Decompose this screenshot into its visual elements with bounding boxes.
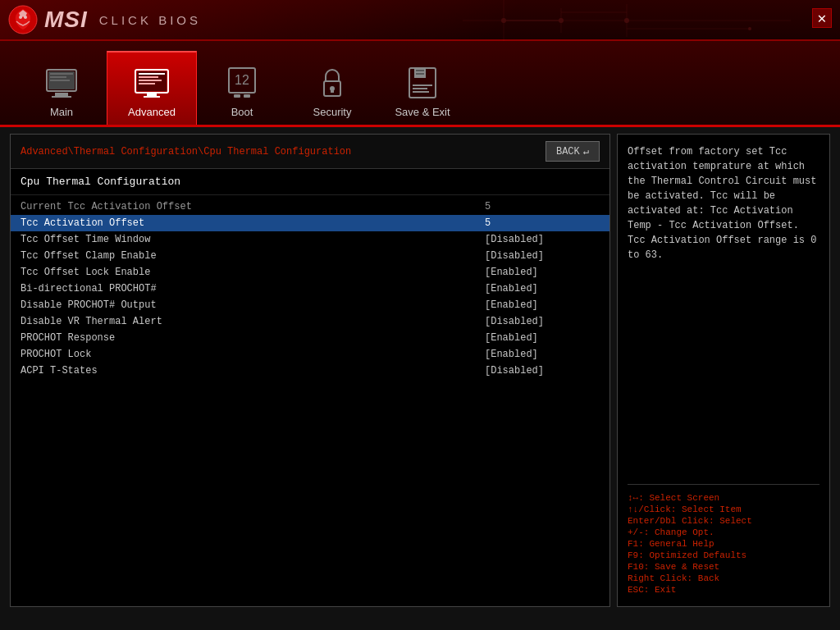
svg-rect-27 — [147, 93, 157, 96]
config-value-tcc-lock: [Enabled] — [485, 267, 600, 278]
boot-tab-label: Boot — [231, 106, 253, 118]
tab-security[interactable]: Security — [287, 51, 377, 125]
svg-rect-40 — [413, 84, 432, 86]
shortcut-optimized: F9: Optimized Defaults — [628, 550, 819, 560]
shortcut-general-help: F1: General Help — [628, 539, 819, 549]
tab-main[interactable]: Main — [16, 51, 107, 125]
config-row-bi-prochot[interactable]: Bi-directional PROCHOT#[Enabled] — [11, 281, 609, 297]
svg-point-2 — [24, 16, 27, 19]
config-name-tcc-lock: Tcc Offset Lock Enable — [21, 267, 485, 278]
svg-rect-28 — [144, 96, 160, 98]
config-name-tcc-clamp: Tcc Offset Clamp Enable — [21, 250, 485, 262]
config-value-tcc-clamp: [Disabled] — [485, 250, 600, 262]
shortcut-change-opt: +/-: Change Opt. — [628, 527, 819, 537]
config-value-bi-prochot: [Enabled] — [485, 283, 600, 294]
shortcut-save-reset: F10: Save & Reset — [628, 562, 819, 572]
msi-logo: msi CLICK BIOS — [8, 5, 201, 34]
svg-point-9 — [624, 18, 629, 23]
close-button[interactable]: ✕ — [812, 8, 832, 28]
config-value-acpi-tstates: [Disabled] — [485, 365, 600, 377]
tab-advanced[interactable]: Advanced — [107, 51, 197, 125]
shortcut-enter-select: Enter/Dbl Click: Select — [628, 516, 819, 526]
shortcut-select-item: ↑↓/Click: Select Item — [628, 504, 819, 514]
svg-rect-41 — [413, 88, 427, 89]
svg-rect-23 — [139, 73, 165, 75]
config-value-tcc-time: [Disabled] — [485, 234, 600, 245]
config-row-prochot-response[interactable]: PROCHOT Response[Enabled] — [11, 330, 609, 346]
help-text: Offset from factory set Tcc activation t… — [628, 144, 819, 471]
svg-rect-38 — [416, 70, 424, 71]
main-tab-icon — [42, 63, 81, 103]
right-panel: Offset from factory set Tcc activation t… — [617, 134, 830, 607]
security-tab-label: Security — [313, 106, 352, 118]
config-row-acpi-tstates[interactable]: ACPI T-States[Disabled] — [11, 363, 609, 379]
main-tab-label: Main — [50, 106, 73, 118]
config-row-disable-vr[interactable]: Disable VR Thermal Alert[Disabled] — [11, 313, 609, 330]
config-row-disable-prochot[interactable]: Disable PROCHOT# Output[Enabled] — [11, 297, 609, 313]
config-name-bi-prochot: Bi-directional PROCHOT# — [21, 283, 485, 294]
config-name-disable-vr: Disable VR Thermal Alert — [21, 316, 485, 327]
circuit-decoration — [463, 0, 791, 41]
config-name-prochot-lock: PROCHOT Lock — [21, 349, 485, 360]
msi-dragon-icon — [8, 5, 38, 34]
svg-rect-18 — [50, 73, 73, 75]
save-exit-tab-icon — [403, 63, 442, 103]
config-value-disable-prochot: [Enabled] — [485, 299, 600, 311]
keyboard-shortcuts: ↕↔: Select Screen↑↓/Click: Select ItemEn… — [628, 484, 819, 596]
config-value-prochot-lock: [Enabled] — [485, 349, 600, 360]
config-name-current-tcc: Current Tcc Activation Offset — [21, 201, 485, 212]
back-button[interactable]: BACK ↵ — [546, 141, 600, 162]
config-name-tcc-time: Tcc Offset Time Window — [21, 234, 485, 245]
msi-brand-text: msi — [44, 7, 88, 33]
svg-point-8 — [559, 18, 564, 23]
config-row-tcc-clamp[interactable]: Tcc Offset Clamp Enable[Disabled] — [11, 248, 609, 264]
shortcut-esc-exit: ESC: Exit — [628, 585, 819, 595]
tab-boot[interactable]: 12 Boot — [197, 51, 287, 125]
svg-rect-16 — [55, 93, 68, 96]
svg-point-1 — [19, 16, 22, 19]
config-row-tcc-lock[interactable]: Tcc Offset Lock Enable[Enabled] — [11, 264, 609, 281]
svg-rect-35 — [331, 89, 334, 93]
security-tab-icon — [313, 63, 352, 103]
tab-save-exit[interactable]: Save & Exit — [377, 51, 468, 125]
config-value-tcc-offset: 5 — [485, 217, 600, 229]
main-content: Advanced\Thermal Configuration\Cpu Therm… — [0, 127, 840, 614]
advanced-tab-icon — [132, 63, 171, 103]
back-label: BACK — [556, 146, 580, 158]
svg-point-7 — [501, 18, 506, 23]
svg-rect-24 — [139, 76, 158, 78]
svg-rect-17 — [52, 96, 71, 98]
config-row-tcc-time[interactable]: Tcc Offset Time Window[Disabled] — [11, 231, 609, 248]
breadcrumb: Advanced\Thermal Configuration\Cpu Therm… — [21, 146, 351, 158]
svg-rect-26 — [139, 83, 155, 84]
svg-rect-32 — [244, 94, 250, 98]
config-row-prochot-lock[interactable]: PROCHOT Lock[Enabled] — [11, 346, 609, 363]
bottom-bar — [0, 614, 840, 630]
navigation-bar: Main Advanced 12 Boot — [0, 41, 840, 127]
config-value-prochot-response: [Enabled] — [485, 332, 600, 344]
title-bar: msi CLICK BIOS ✕ — [0, 0, 840, 41]
shortcut-right-back: Right Click: Back — [628, 573, 819, 583]
left-panel: Advanced\Thermal Configuration\Cpu Therm… — [10, 134, 610, 607]
config-row-tcc-offset[interactable]: Tcc Activation Offset5 — [11, 215, 609, 231]
svg-rect-42 — [413, 91, 429, 93]
save-exit-tab-label: Save & Exit — [395, 106, 450, 118]
svg-rect-31 — [234, 94, 240, 98]
config-value-current-tcc: 5 — [485, 201, 600, 212]
svg-rect-25 — [139, 80, 162, 81]
breadcrumb-bar: Advanced\Thermal Configuration\Cpu Therm… — [11, 135, 609, 169]
svg-point-13 — [748, 27, 751, 30]
config-value-disable-vr: [Disabled] — [485, 316, 600, 327]
boot-tab-icon: 12 — [222, 63, 262, 103]
config-name-tcc-offset: Tcc Activation Offset — [21, 217, 485, 229]
config-table: Current Tcc Activation Offset5Tcc Activa… — [11, 195, 609, 606]
shortcut-select-screen: ↕↔: Select Screen — [628, 493, 819, 503]
config-row-current-tcc: Current Tcc Activation Offset5 — [11, 199, 609, 215]
back-arrow-icon: ↵ — [583, 145, 589, 158]
advanced-tab-label: Advanced — [128, 106, 176, 118]
svg-rect-39 — [416, 73, 424, 75]
svg-rect-20 — [50, 80, 70, 81]
svg-text:12: 12 — [235, 73, 249, 87]
config-name-prochot-response: PROCHOT Response — [21, 332, 485, 344]
config-name-disable-prochot: Disable PROCHOT# Output — [21, 299, 485, 311]
